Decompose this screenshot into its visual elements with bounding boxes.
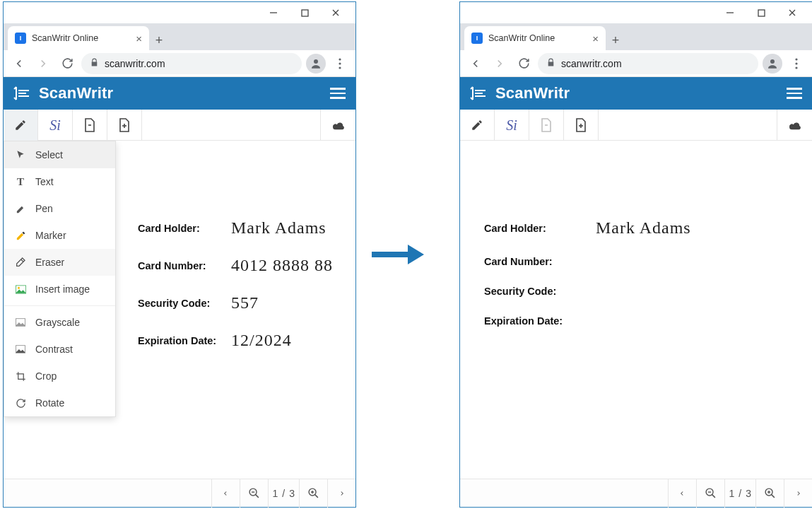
menu-item-pen[interactable]: Pen bbox=[4, 195, 115, 222]
label-card-number: Card Number: bbox=[484, 256, 590, 267]
app-menu-button[interactable] bbox=[787, 88, 802, 99]
pager-footer: 1 / 3 bbox=[460, 479, 812, 507]
svg-point-6 bbox=[339, 62, 341, 64]
canvas-area[interactable]: Card Holder: Mark Adams Card Number: Sec… bbox=[460, 141, 812, 479]
new-tab-button[interactable]: + bbox=[149, 30, 169, 50]
app-toolbar: Si bbox=[460, 110, 812, 141]
window-maximize-button[interactable] bbox=[746, 2, 777, 23]
nav-back-button[interactable] bbox=[9, 54, 29, 74]
browser-tab[interactable]: I ScanWritr Online × bbox=[8, 26, 149, 50]
menu-item-label: Pen bbox=[35, 203, 53, 214]
browser-menu-button[interactable] bbox=[330, 58, 350, 69]
window-minimize-button[interactable] bbox=[258, 2, 289, 23]
eraser-icon bbox=[14, 257, 27, 268]
grayscale-icon bbox=[14, 318, 27, 327]
value-card-holder[interactable]: Mark Adams bbox=[231, 218, 326, 238]
menu-item-contrast[interactable]: Contrast bbox=[4, 336, 115, 363]
window-close-button[interactable] bbox=[320, 2, 351, 23]
profile-avatar[interactable] bbox=[306, 54, 326, 74]
favicon-icon: I bbox=[471, 33, 483, 44]
browser-tab[interactable]: I ScanWritr Online × bbox=[464, 26, 606, 50]
toolbar-spacer bbox=[142, 110, 321, 140]
nav-reload-button[interactable] bbox=[57, 54, 77, 74]
menu-item-label: Rotate bbox=[35, 397, 64, 409]
tab-close-icon[interactable]: × bbox=[592, 33, 599, 45]
menu-item-insert-image[interactable]: Insert image bbox=[4, 276, 115, 303]
window-minimize-button[interactable] bbox=[714, 2, 746, 23]
image-icon bbox=[14, 285, 27, 294]
app-menu-button[interactable] bbox=[330, 88, 346, 99]
pager-prev-button[interactable] bbox=[668, 479, 696, 508]
label-security-code: Security Code: bbox=[138, 298, 231, 309]
form-row: Expiration Date: 12/2024 bbox=[138, 331, 355, 350]
tab-title: ScanWritr Online bbox=[32, 33, 130, 43]
tool-cloud-button[interactable] bbox=[321, 110, 355, 141]
pager-next-button[interactable] bbox=[327, 479, 355, 508]
nav-forward-button[interactable] bbox=[33, 54, 53, 74]
menu-item-marker[interactable]: Marker bbox=[4, 222, 115, 249]
toolbar-spacer bbox=[599, 110, 777, 140]
value-expiration-date[interactable]: 12/2024 bbox=[231, 331, 292, 350]
marker-icon bbox=[14, 230, 27, 241]
tool-add-page-button[interactable] bbox=[564, 110, 599, 141]
omnibox[interactable]: scanwritr.com bbox=[81, 53, 302, 74]
canvas-area[interactable]: Select T Text Pen Marker Eraser Insert i… bbox=[4, 141, 355, 479]
zoom-in-button[interactable] bbox=[299, 479, 327, 508]
svg-line-45 bbox=[712, 495, 714, 498]
menu-item-crop[interactable]: Crop bbox=[4, 363, 115, 390]
app-header: ScanWritr bbox=[460, 77, 812, 110]
tool-page-button[interactable] bbox=[529, 110, 564, 141]
nav-reload-button[interactable] bbox=[514, 54, 534, 74]
zoom-in-button[interactable] bbox=[755, 479, 784, 508]
favicon-icon: I bbox=[15, 33, 26, 44]
browser-menu-button[interactable] bbox=[787, 58, 806, 69]
label-expiration-date: Expiration Date: bbox=[138, 335, 231, 346]
browser-urlbar: scanwritr.com bbox=[460, 50, 812, 77]
zoom-out-button[interactable] bbox=[696, 479, 724, 508]
lock-icon bbox=[90, 58, 99, 69]
window-close-button[interactable] bbox=[777, 2, 808, 23]
value-security-code[interactable]: 557 bbox=[231, 293, 259, 312]
zoom-out-button[interactable] bbox=[240, 479, 268, 508]
browser-urlbar: scanwritr.com bbox=[4, 50, 355, 77]
crop-icon bbox=[14, 371, 27, 382]
app-brand: ScanWritr bbox=[39, 84, 322, 103]
svg-line-24 bbox=[315, 495, 318, 498]
window-before: I ScanWritr Online × + scanwritr.com Sca… bbox=[3, 1, 356, 508]
nav-back-button[interactable] bbox=[466, 54, 486, 74]
tool-page-button[interactable] bbox=[73, 110, 107, 141]
app-header: ScanWritr bbox=[4, 77, 355, 110]
omnibox[interactable]: scanwritr.com bbox=[538, 53, 758, 74]
page-total: 3 bbox=[289, 488, 295, 499]
page-current: 1 bbox=[273, 488, 278, 499]
menu-item-grayscale[interactable]: Grayscale bbox=[4, 309, 115, 336]
nav-forward-button[interactable] bbox=[490, 54, 510, 74]
tab-close-icon[interactable]: × bbox=[136, 33, 142, 45]
tool-cloud-button[interactable] bbox=[777, 110, 812, 141]
menu-item-eraser[interactable]: Eraser bbox=[4, 249, 115, 276]
pager-next-button[interactable] bbox=[784, 479, 812, 508]
value-card-number[interactable]: 4012 8888 88 bbox=[231, 256, 333, 275]
svg-point-35 bbox=[795, 62, 797, 64]
menu-item-label: Crop bbox=[35, 370, 57, 382]
browser-tabstrip: I ScanWritr Online × + bbox=[4, 23, 355, 50]
value-card-holder[interactable]: Mark Adams bbox=[596, 218, 691, 238]
menu-item-select[interactable]: Select bbox=[4, 141, 115, 168]
tool-signature-button[interactable]: Si bbox=[38, 110, 73, 141]
profile-avatar[interactable] bbox=[763, 54, 782, 74]
window-titlebar bbox=[460, 2, 812, 23]
svg-point-7 bbox=[339, 66, 341, 69]
page-total: 3 bbox=[746, 488, 751, 499]
menu-item-text[interactable]: T Text bbox=[4, 168, 115, 195]
svg-line-48 bbox=[772, 495, 775, 498]
pager-prev-button[interactable] bbox=[211, 479, 240, 508]
tool-add-page-button[interactable] bbox=[107, 110, 142, 141]
new-tab-button[interactable]: + bbox=[606, 30, 625, 50]
pen-icon bbox=[14, 204, 27, 214]
menu-item-rotate[interactable]: Rotate bbox=[4, 390, 115, 416]
tool-edit-button[interactable] bbox=[4, 110, 38, 141]
form-row: Security Code: 557 bbox=[138, 293, 355, 312]
tool-edit-button[interactable] bbox=[460, 110, 495, 141]
tool-signature-button[interactable]: Si bbox=[495, 110, 529, 141]
window-maximize-button[interactable] bbox=[289, 2, 320, 23]
